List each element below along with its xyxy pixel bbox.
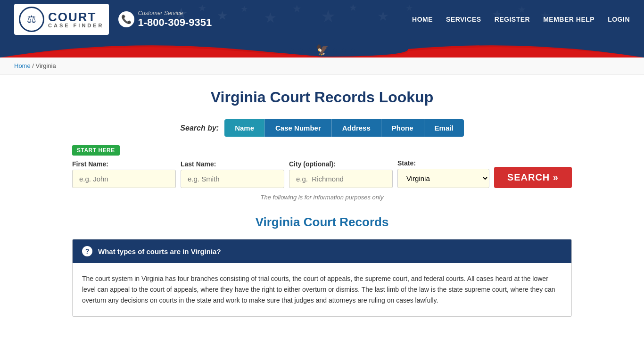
- disclaimer: The following is for information purpose…: [72, 194, 572, 201]
- faq-item-0: ? What types of courts are in Virginia? …: [72, 239, 572, 317]
- nav-login[interactable]: LOGIN: [608, 16, 630, 23]
- faq-body-0: The court system in Virginia has four br…: [73, 263, 571, 316]
- city-label: City (optional):: [289, 160, 393, 168]
- search-by-label: Search by:: [180, 124, 219, 132]
- tab-case-number[interactable]: Case Number: [264, 119, 331, 137]
- tab-name[interactable]: Name: [224, 119, 264, 137]
- state-group: State: Virginia Alabama Alaska Arizona A…: [397, 159, 489, 188]
- first-name-group: First Name:: [72, 160, 176, 188]
- faq-header-0[interactable]: ? What types of courts are in Virginia?: [73, 239, 571, 263]
- last-name-group: Last Name:: [181, 160, 284, 188]
- page-title: Virginia Court Records Lookup: [72, 89, 572, 106]
- header-left: COURT CASE FINDER 📞 Customer Service 1-8…: [14, 4, 212, 35]
- site-header: ★ ★ ★ ★ ★ ★ ★ ★ ★ ★ ★ ★ ★ COURT CASE FIN…: [0, 0, 644, 39]
- logo-case-label: CASE FINDER: [48, 23, 104, 28]
- customer-service: 📞 Customer Service 1-800-309-9351: [118, 10, 212, 29]
- cs-label: Customer Service: [138, 10, 212, 16]
- logo-text: COURT CASE FINDER: [48, 11, 104, 28]
- search-form: First Name: Last Name: City (optional): …: [72, 159, 572, 188]
- cs-text: Customer Service 1-800-309-9351: [138, 10, 212, 29]
- logo[interactable]: COURT CASE FINDER: [14, 4, 109, 35]
- last-name-input[interactable]: [181, 170, 284, 188]
- state-select[interactable]: Virginia Alabama Alaska Arizona Arkansas…: [397, 169, 489, 188]
- section-title: Virginia Court Records: [72, 215, 572, 230]
- faq-question-0: What types of courts are in Virginia?: [98, 247, 221, 255]
- breadcrumb-separator: /: [32, 62, 34, 69]
- nav-member-help[interactable]: MEMBER HELP: [543, 16, 594, 23]
- breadcrumb-home[interactable]: Home: [14, 62, 31, 69]
- first-name-label: First Name:: [72, 160, 176, 168]
- phone-icon: 📞: [118, 11, 134, 27]
- search-button[interactable]: SEARCH »: [494, 167, 572, 188]
- tab-phone[interactable]: Phone: [381, 119, 424, 137]
- first-name-input[interactable]: [72, 170, 176, 188]
- eagle-banner: ★ ★ ★ 🦅 ★ ★ ★: [289, 44, 355, 56]
- star-left1: ★: [289, 47, 294, 53]
- cs-phone: 1-800-309-9351: [138, 16, 212, 29]
- tab-address[interactable]: Address: [331, 119, 381, 137]
- star-right2: ★: [341, 47, 347, 53]
- logo-emblem: [19, 7, 44, 32]
- faq-icon-0: ?: [82, 246, 92, 256]
- star-right1: ★: [332, 47, 338, 53]
- logo-court-label: COURT: [48, 11, 104, 23]
- main-nav: HOME SERVICES REGISTER MEMBER HELP LOGIN: [412, 16, 630, 23]
- star-right3: ★: [350, 47, 355, 53]
- main-content: Virginia Court Records Lookup Search by:…: [63, 74, 581, 333]
- breadcrumb-current: Virginia: [36, 62, 56, 69]
- breadcrumb: Home / Virginia: [0, 58, 644, 74]
- nav-services[interactable]: SERVICES: [446, 16, 481, 23]
- ribbon-container: ★ ★ ★ 🦅 ★ ★ ★: [0, 39, 644, 58]
- nav-register[interactable]: REGISTER: [495, 16, 530, 23]
- start-here-badge: START HERE: [72, 145, 120, 156]
- city-group: City (optional):: [289, 160, 393, 188]
- search-tabs: Name Case Number Address Phone Email: [224, 119, 463, 137]
- tab-email[interactable]: Email: [424, 119, 464, 137]
- eagle-icon: 🦅: [316, 44, 329, 56]
- star-left2: ★: [298, 47, 303, 53]
- state-label: State:: [397, 159, 489, 167]
- search-by-row: Search by: Name Case Number Address Phon…: [72, 119, 572, 137]
- nav-home[interactable]: HOME: [412, 16, 433, 23]
- star-left3: ★: [307, 47, 312, 53]
- last-name-label: Last Name:: [181, 160, 284, 168]
- city-input[interactable]: [289, 170, 393, 188]
